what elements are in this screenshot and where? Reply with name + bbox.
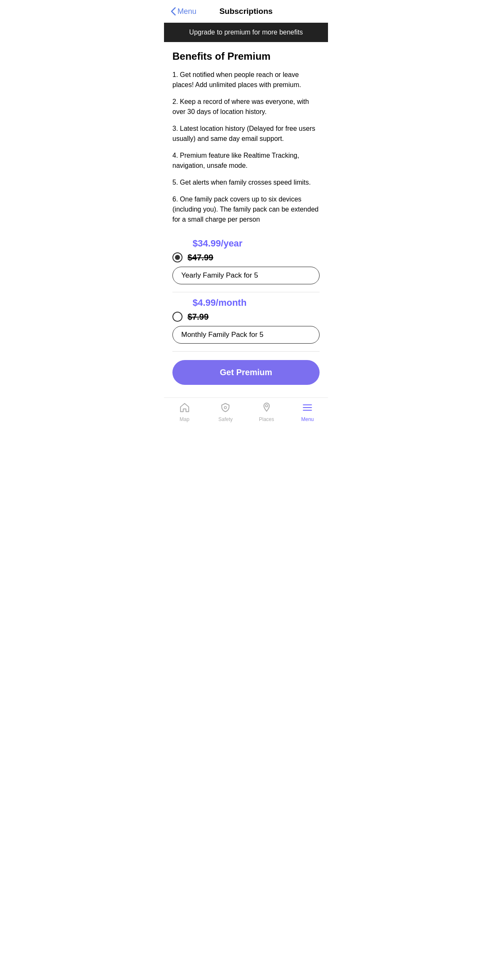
get-premium-button[interactable]: Get Premium <box>172 360 320 385</box>
shield-icon <box>220 402 231 415</box>
home-icon <box>179 402 190 415</box>
nav-label-map: Map <box>180 416 189 422</box>
benefit-item-1: 1. Get notified when people reach or lea… <box>172 70 320 90</box>
yearly-price: $34.99/year <box>193 238 320 249</box>
benefit-item-4: 4. Premium feature like Realtime Trackin… <box>172 151 320 171</box>
nav-label-places: Places <box>259 416 274 422</box>
benefit-item-2: 2. Keep a record of where was everyone, … <box>172 97 320 117</box>
subscription-section: $34.99/year $47.99 Yearly Family Pack fo… <box>172 233 320 352</box>
benefits-title: Benefits of Premium <box>172 50 320 62</box>
benefit-item-3: 3. Latest location history (Delayed for … <box>172 124 320 144</box>
main-content: Benefits of Premium 1. Get notified when… <box>164 42 328 352</box>
banner-text: Upgrade to premium for more benefits <box>189 29 303 36</box>
upgrade-banner: Upgrade to premium for more benefits <box>164 23 328 42</box>
bottom-nav: Map Safety Places Menu <box>164 397 328 427</box>
benefit-item-6: 6. One family pack covers up to six devi… <box>172 194 320 225</box>
cta-section: Get Premium <box>164 352 328 389</box>
yearly-radio[interactable] <box>172 252 183 262</box>
header: Menu Subscriptions <box>164 0 328 23</box>
back-button[interactable]: Menu <box>171 7 196 16</box>
nav-label-menu: Menu <box>301 416 314 422</box>
monthly-plan-label[interactable]: Monthly Family Pack for 5 <box>172 326 320 344</box>
nav-item-safety[interactable]: Safety <box>213 402 238 422</box>
monthly-price: $4.99/month <box>193 297 320 308</box>
yearly-plan[interactable]: $34.99/year $47.99 Yearly Family Pack fo… <box>172 233 320 292</box>
benefit-item-5: 5. Get alerts when family crosses speed … <box>172 177 320 188</box>
menu-icon <box>302 402 313 415</box>
nav-item-places[interactable]: Places <box>254 402 279 422</box>
svg-point-1 <box>265 405 267 407</box>
yearly-original-price: $47.99 <box>188 253 213 262</box>
nav-item-map[interactable]: Map <box>172 402 197 422</box>
yearly-plan-label[interactable]: Yearly Family Pack for 5 <box>172 267 320 284</box>
monthly-original-price: $7.99 <box>188 312 209 322</box>
yearly-radio-dot <box>175 255 180 260</box>
pin-icon <box>261 402 272 415</box>
page-title: Subscriptions <box>220 7 273 16</box>
monthly-radio[interactable] <box>172 312 183 322</box>
yearly-plan-row: $47.99 <box>172 252 320 262</box>
svg-point-0 <box>225 406 227 408</box>
monthly-plan-row: $7.99 <box>172 312 320 322</box>
monthly-plan[interactable]: $4.99/month $7.99 Monthly Family Pack fo… <box>172 292 320 351</box>
nav-item-menu[interactable]: Menu <box>295 402 320 422</box>
nav-label-safety: Safety <box>218 416 233 422</box>
back-label: Menu <box>177 7 196 16</box>
